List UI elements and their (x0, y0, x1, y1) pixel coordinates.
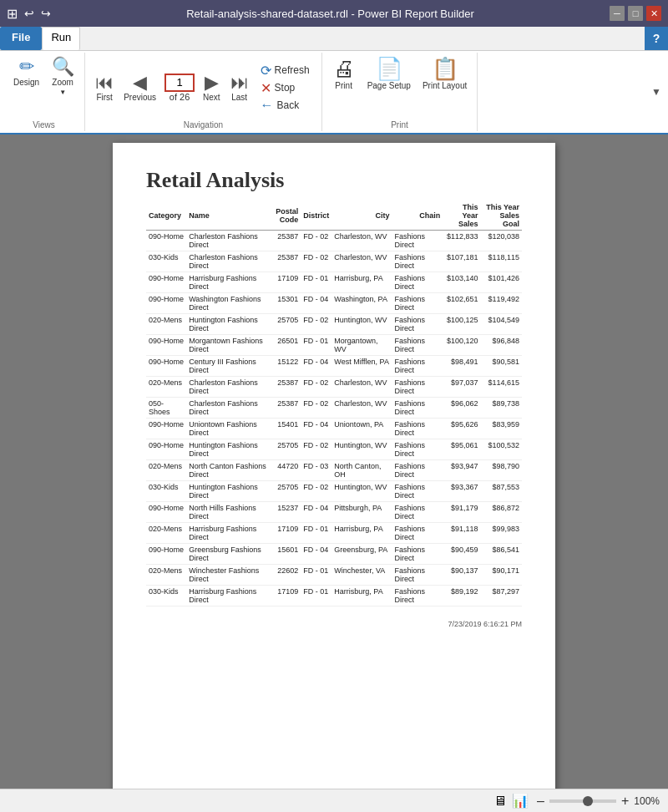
cell-city: Pittsburgh, PA (331, 502, 392, 523)
design-btn[interactable]: ✏ Design (8, 56, 44, 89)
cell-city: Winchester, VA (331, 565, 392, 586)
cell-goal: $118,115 (480, 251, 522, 272)
minimize-btn[interactable]: ─ (610, 6, 625, 21)
previous-label: Previous (124, 93, 156, 102)
cell-name: Washington Fashions Direct (186, 293, 273, 314)
cell-postal: 25705 (273, 439, 301, 460)
next-label: Next (203, 93, 220, 102)
cell-city: Morgantown, WV (331, 335, 392, 356)
cell-postal: 25387 (273, 251, 301, 272)
cell-sales: $90,459 (443, 544, 480, 565)
refresh-icon: ⟳ (261, 63, 271, 79)
status-icon-1: 🖥 (493, 794, 507, 809)
cell-goal: $86,541 (480, 544, 522, 565)
cell-district: FD - 01 (301, 523, 331, 544)
table-row: 090-Home Uniontown Fashions Direct 15401… (146, 419, 522, 439)
zoom-slider[interactable] (549, 799, 616, 803)
tab-run[interactable]: Run (42, 27, 80, 50)
cell-category: 090-Home (146, 544, 186, 565)
cell-category: 050-Shoes (146, 398, 186, 419)
table-row: 020-Mens Charleston Fashions Direct 2538… (146, 377, 522, 398)
cell-sales: $91,179 (443, 502, 480, 523)
help-btn[interactable]: ? (645, 27, 668, 50)
cell-sales: $97,037 (443, 377, 480, 398)
cell-chain: Fashions Direct (392, 356, 443, 377)
cell-city: Charleston, WV (331, 377, 392, 398)
table-row: 090-Home Huntington Fashions Direct 2570… (146, 439, 522, 460)
zoom-btn[interactable]: 🔍 Zoom ▼ (46, 56, 79, 98)
cell-name: North Hills Fashions Direct (186, 502, 273, 523)
first-btn[interactable]: ⏮ First (90, 69, 119, 105)
cell-sales: $98,491 (443, 356, 480, 377)
table-row: 090-Home Greensburg Fashions Direct 1560… (146, 544, 522, 565)
window-controls: ─ □ ✕ (610, 6, 661, 21)
print-btn[interactable]: 🖨 Print (327, 56, 361, 92)
expand-icon: ▼ (651, 86, 661, 98)
tab-file[interactable]: File (0, 27, 42, 50)
cell-postal: 17109 (273, 586, 301, 606)
cell-category: 090-Home (146, 356, 186, 377)
print-layout-btn[interactable]: 📋 Print Layout (418, 56, 472, 92)
refresh-group: ⟳ Refresh ✕ Stop ← Back (254, 62, 316, 114)
cell-category: 030-Kids (146, 586, 186, 606)
cell-postal: 25387 (273, 377, 301, 398)
cell-chain: Fashions Direct (392, 502, 443, 523)
cell-postal: 15237 (273, 502, 301, 523)
cell-postal: 15122 (273, 356, 301, 377)
ribbon-group-views: ✏ Design 🔍 Zoom ▼ Views (3, 53, 85, 131)
cell-sales: $91,118 (443, 523, 480, 544)
cell-name: Uniontown Fashions Direct (186, 419, 273, 439)
cell-sales: $90,137 (443, 565, 480, 586)
zoom-icon: 🔍 (52, 58, 74, 76)
cell-city: North Canton, OH (331, 460, 392, 481)
next-btn[interactable]: ▶ Next (198, 69, 225, 105)
refresh-btn[interactable]: ⟳ Refresh (257, 62, 313, 79)
cell-category: 090-Home (146, 231, 186, 251)
cell-district: FD - 02 (301, 231, 331, 251)
previous-btn[interactable]: ◀ Previous (119, 69, 161, 105)
page-setup-btn[interactable]: 📄 Page Setup (362, 56, 416, 92)
cell-district: FD - 01 (301, 586, 331, 606)
page-input-area: 1 of 26 (161, 70, 198, 105)
cell-chain: Fashions Direct (392, 439, 443, 460)
cell-city: Charleston, WV (331, 398, 392, 419)
back-btn[interactable]: ← Back (257, 97, 313, 114)
redo-btn[interactable]: ↪ (41, 7, 51, 20)
zoom-in-btn[interactable]: + (620, 794, 630, 809)
stop-btn[interactable]: ✕ Stop (257, 79, 313, 97)
report-timestamp: 7/23/2019 6:16:21 PM (146, 620, 522, 628)
cell-district: FD - 01 (301, 272, 331, 293)
cell-category: 090-Home (146, 293, 186, 314)
cell-city: Washington, PA (331, 293, 392, 314)
cell-category: 090-Home (146, 439, 186, 460)
cell-chain: Fashions Direct (392, 272, 443, 293)
cell-goal: $98,790 (480, 460, 522, 481)
undo-btn[interactable]: ↩ (24, 7, 34, 20)
col-category: Category (146, 201, 186, 231)
close-btn[interactable]: ✕ (646, 6, 661, 21)
stop-icon: ✕ (261, 80, 271, 96)
cell-goal: $83,959 (480, 419, 522, 439)
table-row: 090-Home Harrisburg Fashions Direct 1710… (146, 272, 522, 293)
maximize-btn[interactable]: □ (628, 6, 643, 21)
cell-postal: 25387 (273, 231, 301, 251)
zoom-out-btn[interactable]: – (535, 794, 546, 809)
cell-district: FD - 04 (301, 419, 331, 439)
cell-name: North Canton Fashions Direct (186, 460, 273, 481)
zoom-dropdown-arrow: ▼ (59, 89, 66, 96)
title-bar: ⊞ ↩ ↪ Retail-analysis-shared-dataset.rdl… (0, 0, 668, 27)
table-row: 090-Home Charleston Fashions Direct 2538… (146, 231, 522, 251)
last-btn[interactable]: ⏭ Last (225, 69, 254, 105)
report-page: Retail Analysis Category Name PostalCode… (113, 143, 555, 789)
cell-postal: 25705 (273, 481, 301, 502)
page-number-input[interactable]: 1 (164, 74, 195, 92)
ribbon-expand-btn[interactable]: ▼ (648, 53, 665, 131)
cell-sales: $89,192 (443, 586, 480, 606)
zoom-controls: – + 100% (535, 794, 660, 809)
cell-goal: $87,297 (480, 586, 522, 606)
back-label: Back (277, 99, 300, 111)
cell-name: Harrisburg Fashions Direct (186, 586, 273, 606)
cell-chain: Fashions Direct (392, 565, 443, 586)
cell-city: Huntington, WV (331, 314, 392, 335)
zoom-slider-thumb (583, 796, 593, 806)
